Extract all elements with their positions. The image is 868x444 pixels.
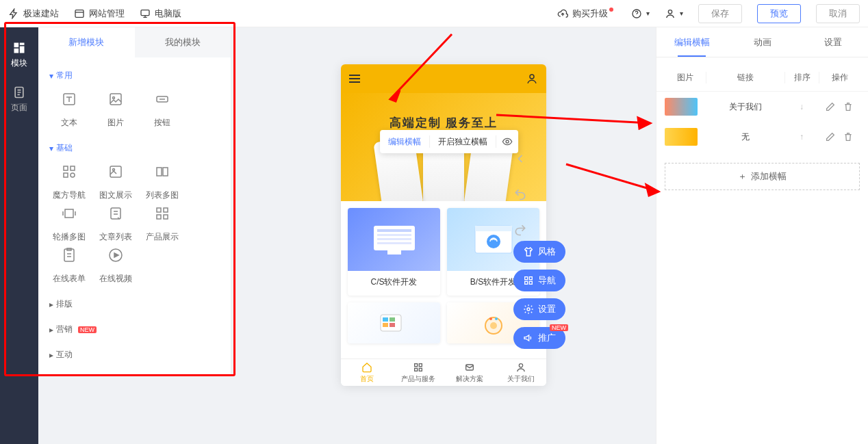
- back-button[interactable]: [513, 152, 527, 168]
- module-imgtext[interactable]: 图文展示: [93, 164, 138, 201]
- edit-icon[interactable]: [825, 101, 836, 112]
- new-badge: NEW: [550, 324, 568, 331]
- module-form[interactable]: 在线表单: [47, 247, 92, 285]
- undo-button[interactable]: [513, 187, 527, 204]
- phone-tab-solutions[interactable]: 解决方案: [444, 359, 495, 386]
- svg-rect-15: [64, 173, 68, 177]
- rail-pages[interactable]: 页面: [11, 86, 27, 114]
- tooltip-visibility[interactable]: [496, 136, 518, 147]
- pill-promote[interactable]: 推广NEW: [513, 327, 565, 349]
- module-cube-nav[interactable]: 魔方导航: [47, 164, 92, 201]
- top-account[interactable]: ▾: [665, 8, 683, 19]
- module-image[interactable]: 图片: [93, 91, 138, 129]
- trash-icon[interactable]: [843, 101, 854, 112]
- pill-style[interactable]: 风格: [513, 241, 565, 263]
- mail-icon: [464, 362, 475, 373]
- phone-tab-about[interactable]: 关于我们: [495, 359, 546, 386]
- pill-settings[interactable]: 设置: [513, 298, 565, 320]
- module-carousel[interactable]: 轮播多图: [47, 205, 92, 243]
- top-site-manage[interactable]: 网站管理: [74, 8, 125, 20]
- svg-rect-6: [20, 47, 25, 53]
- modules-icon: [12, 41, 26, 55]
- svg-rect-57: [529, 277, 532, 280]
- rtab-settings[interactable]: 设置: [797, 27, 868, 57]
- svg-rect-22: [111, 208, 120, 219]
- svg-rect-59: [529, 281, 532, 284]
- module-article-list[interactable]: 文章列表: [93, 205, 138, 243]
- shirt-icon: [523, 246, 534, 257]
- phone-header: [341, 64, 546, 93]
- svg-point-47: [489, 317, 492, 320]
- cancel-button[interactable]: 取消: [816, 4, 860, 23]
- top-desktop[interactable]: 电脑版: [140, 8, 181, 20]
- module-list-multi[interactable]: 列表多图: [140, 164, 185, 201]
- svg-rect-33: [377, 229, 411, 232]
- svg-point-46: [490, 322, 497, 329]
- red-dot-icon: [609, 8, 613, 12]
- carousel-icon: [61, 205, 77, 222]
- tooltip-independent[interactable]: 开启独立横幅: [430, 136, 496, 148]
- cat-advanced[interactable]: ▸高级: [47, 367, 222, 376]
- cat-interactive[interactable]: ▸互动: [47, 342, 222, 367]
- sort-up[interactable]: ↑: [784, 132, 819, 142]
- banner-title: 高端定制 服务至上: [341, 115, 546, 131]
- svg-rect-44: [390, 323, 395, 327]
- banner-link-text: 无: [706, 131, 784, 143]
- cat-layout[interactable]: ▸排版: [47, 291, 222, 317]
- rtab-edit-banner[interactable]: 编辑横幅: [656, 27, 727, 57]
- module-video[interactable]: 在线视频: [93, 247, 138, 285]
- lightning-icon: [8, 8, 19, 19]
- phone-tabbar: 首页 产品与服务 解决方案 关于我们: [341, 358, 546, 386]
- list-multi-icon: [154, 164, 170, 180]
- home-icon: [361, 362, 372, 373]
- rtab-animation[interactable]: 动画: [727, 27, 797, 57]
- phone-tab-home[interactable]: 首页: [341, 359, 392, 386]
- module-product[interactable]: 产品展示: [140, 205, 185, 243]
- pill-nav[interactable]: 导航: [513, 270, 565, 291]
- svg-rect-36: [377, 242, 411, 244]
- svg-rect-35: [377, 238, 411, 240]
- svg-rect-13: [64, 166, 68, 170]
- tab-my-module[interactable]: 我的模块: [135, 27, 231, 57]
- svg-rect-10: [110, 94, 121, 105]
- svg-point-54: [519, 363, 522, 367]
- add-banner-button[interactable]: ＋添加横幅: [665, 163, 860, 190]
- redo-button[interactable]: [513, 223, 527, 239]
- speaker-icon: [523, 332, 534, 343]
- grid-icon: [523, 275, 534, 286]
- top-help[interactable]: ▾: [631, 8, 650, 19]
- tab-new-module[interactable]: 新增模块: [38, 27, 135, 57]
- banner-table-header: 图片 链接 排序 操作: [656, 64, 868, 92]
- preview-button[interactable]: 预览: [757, 4, 801, 23]
- module-panel: 新增模块 我的模块 ▾常用 文本 图片 按钮 ▾基础 魔方导航 图文展示 列表多…: [38, 27, 231, 376]
- cat-basic[interactable]: ▾基础: [47, 135, 222, 161]
- banner-thumb[interactable]: [665, 128, 698, 146]
- card-cs[interactable]: C/S软件开发: [348, 208, 440, 296]
- trash-icon[interactable]: [843, 131, 854, 142]
- top-quick-build[interactable]: 极速建站: [8, 8, 59, 20]
- module-text[interactable]: 文本: [47, 91, 92, 129]
- top-bar: 极速建站 网站管理 电脑版 购买升级 ▾ ▾ 保存 预览 取消: [0, 0, 868, 27]
- user-icon[interactable]: [526, 73, 538, 85]
- banner-thumb[interactable]: [665, 98, 698, 116]
- svg-rect-51: [414, 368, 417, 371]
- hamburger-icon[interactable]: [349, 75, 360, 83]
- rail-modules[interactable]: 模块: [11, 41, 27, 69]
- svg-rect-5: [20, 43, 25, 45]
- sort-down[interactable]: ↓: [784, 102, 819, 112]
- svg-point-3: [668, 10, 672, 13]
- card-small-1[interactable]: [348, 302, 440, 343]
- tooltip-edit-banner[interactable]: 编辑横幅: [380, 136, 429, 148]
- svg-rect-1: [141, 10, 149, 15]
- banner-row: 无 ↑: [656, 122, 868, 152]
- edit-icon[interactable]: [825, 131, 836, 142]
- top-upgrade[interactable]: 购买升级: [557, 8, 616, 20]
- svg-point-60: [527, 308, 530, 311]
- cat-marketing[interactable]: ▸营销NEW: [47, 317, 222, 342]
- phone-tab-products[interactable]: 产品与服务: [392, 359, 444, 386]
- module-button[interactable]: 按钮: [140, 91, 185, 129]
- save-button[interactable]: 保存: [698, 4, 742, 23]
- banner-link-text: 关于我们: [706, 101, 784, 113]
- cat-common[interactable]: ▾常用: [47, 63, 222, 88]
- banner-tooltip: 编辑横幅 开启独立横幅: [380, 130, 518, 153]
